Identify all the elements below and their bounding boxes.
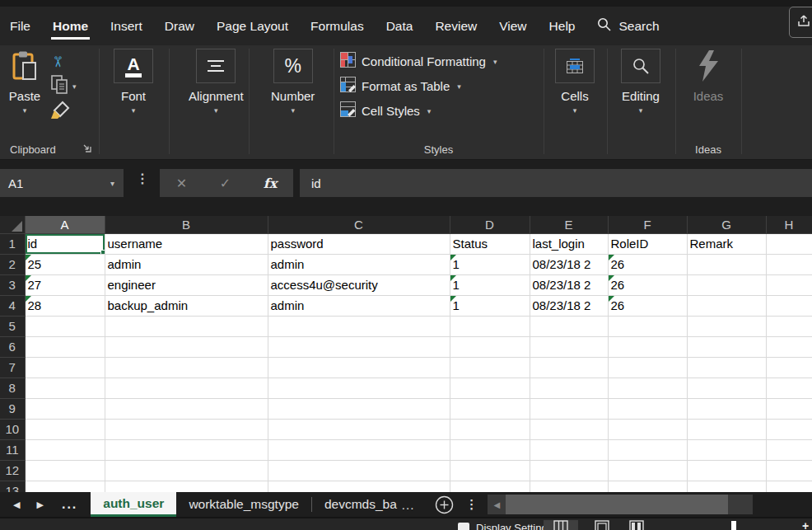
selected-cell-A1[interactable]: id — [25, 233, 105, 254]
font-menu-button[interactable]: A Font ▾ — [114, 49, 153, 115]
cell[interactable] — [530, 378, 608, 398]
page-break-view-button[interactable] — [619, 520, 654, 530]
row-header[interactable]: 6 — [0, 336, 25, 357]
select-all-corner[interactable] — [0, 216, 25, 233]
cell[interactable] — [687, 316, 766, 336]
cell[interactable]: backup_admin — [105, 295, 268, 316]
cell[interactable] — [687, 274, 766, 295]
cell[interactable] — [25, 398, 105, 419]
cell[interactable] — [687, 378, 766, 398]
column-header-B[interactable]: B — [105, 216, 268, 233]
cell[interactable]: 08/23/18 2 — [530, 254, 608, 274]
cell[interactable] — [25, 357, 105, 378]
tab-review[interactable]: Review — [435, 7, 477, 45]
column-header-E[interactable]: E — [530, 216, 608, 233]
zoom-in-icon[interactable]: + — [802, 519, 809, 530]
cell[interactable] — [766, 398, 812, 419]
cell[interactable]: access4u@security — [268, 274, 450, 295]
row-header[interactable]: 5 — [0, 316, 25, 336]
cell[interactable] — [105, 460, 268, 481]
cell[interactable] — [25, 419, 105, 439]
cell[interactable]: 1 — [450, 295, 530, 316]
cell[interactable] — [25, 378, 105, 398]
cell[interactable] — [450, 316, 530, 336]
ideas-button[interactable]: Ideas — [688, 49, 728, 103]
cell[interactable]: Status — [450, 233, 530, 254]
cell[interactable] — [450, 460, 530, 481]
cell[interactable] — [25, 439, 105, 460]
tab-draw[interactable]: Draw — [165, 7, 194, 45]
row-header[interactable]: 1 — [0, 233, 25, 254]
cell[interactable] — [268, 316, 450, 336]
row-header[interactable]: 10 — [0, 419, 25, 439]
cell[interactable] — [530, 439, 608, 460]
cell[interactable] — [25, 336, 105, 357]
sheet-tab-auth-user[interactable]: auth_user — [91, 492, 176, 517]
cell[interactable] — [105, 316, 268, 336]
cell[interactable] — [25, 481, 105, 492]
cell[interactable] — [450, 419, 530, 439]
cell[interactable]: RoleID — [608, 233, 687, 254]
copy-button[interactable]: ▾ — [51, 77, 96, 96]
cell[interactable] — [530, 419, 608, 439]
row-header[interactable]: 4 — [0, 295, 25, 316]
name-box[interactable]: A1 ▾ — [0, 169, 124, 197]
cell[interactable] — [530, 357, 608, 378]
format-painter-button[interactable] — [51, 101, 96, 121]
row-header[interactable]: 2 — [0, 254, 25, 274]
cell[interactable] — [105, 357, 268, 378]
cell[interactable]: 26 — [608, 274, 687, 295]
cell[interactable] — [450, 357, 530, 378]
sheet-menu-dots-icon[interactable]: ⋮ — [465, 492, 478, 517]
sheet-tab-devcmds[interactable]: devcmds_ba ... — [312, 492, 427, 517]
cell[interactable] — [530, 398, 608, 419]
cell[interactable]: 25 — [25, 254, 105, 274]
cell[interactable]: 26 — [608, 254, 687, 274]
row-header[interactable]: 13 — [0, 481, 25, 492]
enter-check-icon[interactable]: ✓ — [220, 176, 231, 191]
column-header-A[interactable]: A — [25, 216, 105, 233]
cell[interactable] — [608, 439, 687, 460]
cell[interactable] — [268, 398, 450, 419]
cell[interactable] — [687, 419, 766, 439]
paste-button[interactable]: Paste ▾ — [5, 49, 44, 115]
cell[interactable]: 1 — [450, 254, 530, 274]
cell[interactable] — [450, 481, 530, 492]
tab-home[interactable]: Home — [53, 7, 88, 45]
scroll-left-icon[interactable]: ◀ — [488, 495, 506, 514]
conditional-formatting-button[interactable]: Conditional Formatting ▾ — [334, 49, 544, 73]
cell[interactable] — [687, 295, 766, 316]
row-header[interactable]: 8 — [0, 378, 25, 398]
formula-input[interactable]: id — [300, 169, 812, 197]
cell[interactable] — [766, 295, 812, 316]
cell[interactable] — [450, 439, 530, 460]
cell[interactable]: admin — [268, 254, 450, 274]
sheet-tab-worktable-msgtype[interactable]: worktable_msgtype — [176, 492, 311, 517]
cell[interactable] — [766, 316, 812, 336]
cell[interactable] — [105, 398, 268, 419]
row-header[interactable]: 11 — [0, 439, 25, 460]
row-header[interactable]: 9 — [0, 398, 25, 419]
cell[interactable] — [608, 357, 687, 378]
tab-page-layout[interactable]: Page Layout — [217, 7, 288, 45]
cell[interactable] — [530, 336, 608, 357]
cell[interactable] — [268, 439, 450, 460]
cell[interactable]: username — [105, 233, 268, 254]
cell[interactable] — [25, 316, 105, 336]
cancel-icon[interactable]: ✕ — [176, 176, 187, 191]
cell[interactable] — [766, 460, 812, 481]
cell[interactable] — [687, 336, 766, 357]
cell[interactable] — [687, 357, 766, 378]
insert-function-icon[interactable]: fx — [264, 176, 277, 191]
cell[interactable] — [450, 336, 530, 357]
cell[interactable]: engineer — [105, 274, 268, 295]
tab-file[interactable]: File — [10, 7, 30, 45]
search-box[interactable]: Search — [597, 17, 659, 35]
cell[interactable] — [766, 254, 812, 274]
cell[interactable] — [105, 481, 268, 492]
cell[interactable] — [268, 481, 450, 492]
tab-formulas[interactable]: Formulas — [310, 7, 364, 45]
alignment-menu-button[interactable]: Alignment ▾ — [189, 49, 244, 115]
scrollbar-thumb[interactable] — [506, 495, 728, 514]
cell[interactable] — [687, 254, 766, 274]
